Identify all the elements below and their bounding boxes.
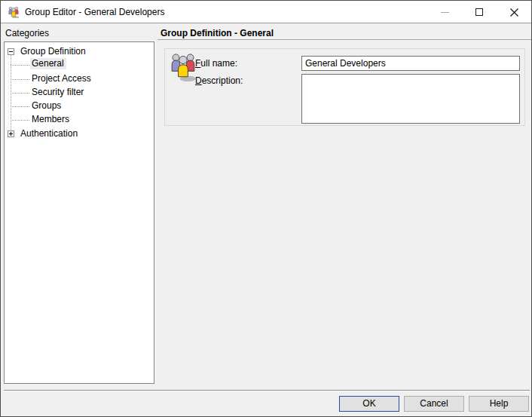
description-input[interactable] — [301, 74, 520, 124]
ok-button[interactable]: OK — [339, 396, 399, 412]
tree-item-members[interactable]: Members — [32, 114, 69, 124]
header-separator — [157, 39, 532, 40]
categories-label: Categories — [5, 28, 49, 38]
full-name-label: Full name: — [195, 58, 237, 69]
minimize-button[interactable] — [427, 1, 462, 23]
tree-item-general[interactable]: General — [30, 58, 66, 69]
tree-guide-line — [11, 120, 29, 121]
help-button[interactable]: Help — [469, 396, 529, 412]
tree-item-security-filter[interactable]: Security filter — [32, 87, 84, 97]
tree-item-group-definition[interactable]: Group Definition — [20, 46, 86, 57]
footer-separator — [4, 390, 530, 391]
window-title: Group Editor - General Developers — [25, 7, 164, 17]
tree-guide-line — [11, 93, 29, 94]
tree-guide-line — [11, 65, 29, 66]
tree-guide-line — [11, 79, 29, 80]
title-bar: Group Editor - General Developers — [1, 1, 531, 23]
group-people-icon — [170, 51, 197, 84]
description-label: Description: — [195, 75, 243, 86]
close-icon — [510, 8, 518, 17]
tree-item-authentication[interactable]: Authentication — [20, 128, 78, 139]
maximize-icon — [475, 8, 483, 16]
tree-guide-line — [11, 106, 29, 107]
cancel-button[interactable]: Cancel — [404, 396, 464, 412]
minimize-icon — [441, 12, 449, 13]
maximize-button[interactable] — [462, 1, 497, 23]
app-group-icon — [8, 6, 20, 20]
tree-item-project-access[interactable]: Project Access — [32, 73, 91, 84]
group-editor-dialog: Group Editor - General Developers Catego… — [0, 0, 532, 417]
page-title: Group Definition - General — [161, 28, 274, 38]
close-button[interactable] — [497, 1, 531, 23]
full-name-input[interactable] — [301, 56, 520, 71]
collapse-toggle-group-definition[interactable] — [8, 48, 14, 55]
categories-tree: Group Definition General Project Access … — [4, 41, 154, 384]
expand-toggle-authentication[interactable] — [8, 130, 14, 137]
tree-item-groups[interactable]: Groups — [32, 100, 61, 111]
